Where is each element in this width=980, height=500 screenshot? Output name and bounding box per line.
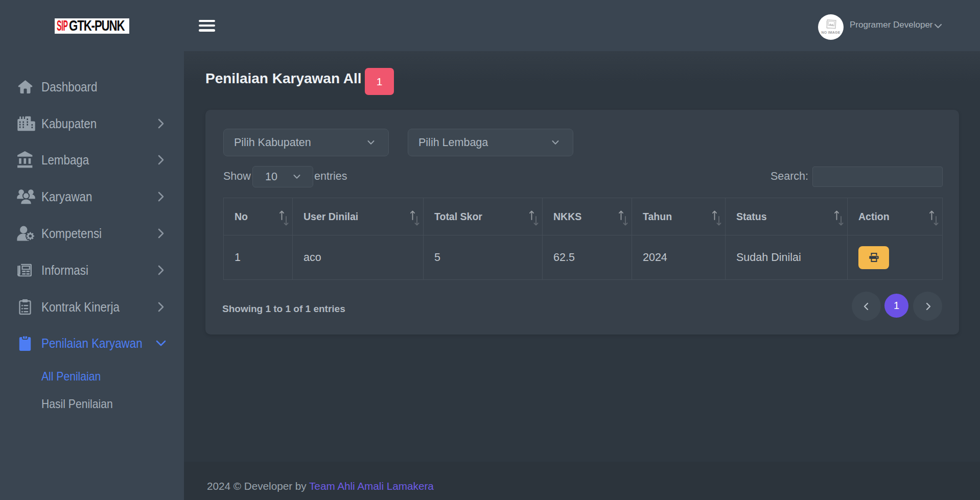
svg-text:NO IMAGE: NO IMAGE [821,31,840,34]
